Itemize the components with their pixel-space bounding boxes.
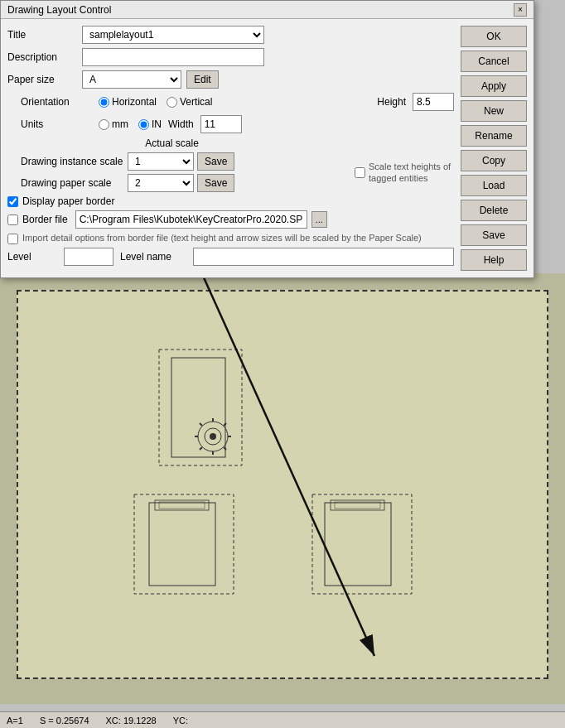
height-input[interactable] — [413, 93, 454, 111]
units-label: Units — [7, 118, 99, 130]
svg-line-12 — [200, 447, 202, 450]
load-button[interactable]: Load — [461, 175, 527, 196]
title-label: Title — [7, 29, 82, 41]
new-button[interactable]: New — [461, 100, 527, 122]
display-border-row: Display paper border — [7, 195, 454, 207]
rename-button[interactable]: Rename — [461, 125, 527, 147]
svg-line-11 — [224, 423, 226, 426]
dialog-left-panel: Title samplelayout1 Description Paper si… — [7, 26, 454, 271]
title-select[interactable]: samplelayout1 — [82, 26, 264, 44]
instance-scale-row: Drawing instance scale 1 Save — [7, 152, 336, 171]
title-row: Title samplelayout1 — [7, 26, 454, 44]
description-input[interactable] — [82, 48, 264, 66]
vertical-option[interactable]: Vertical — [167, 96, 212, 108]
level-row: Level Level name — [7, 248, 454, 266]
paper-scale-row: Drawing paper scale 2 Save — [7, 174, 336, 192]
width-section: Width — [168, 115, 242, 133]
paper-size-row: Paper size A Edit — [7, 70, 454, 89]
level-label: Level — [7, 251, 57, 263]
actual-scale-header: Actual scale — [7, 137, 336, 149]
dialog-titlebar: Drawing Layout Control × — [1, 1, 534, 19]
paper-scale-select[interactable]: 2 — [128, 174, 194, 192]
height-section: Height — [377, 93, 454, 111]
drawing-canvas — [0, 273, 565, 704]
level-name-label: Level name — [120, 251, 186, 263]
status-yc: YC: — [173, 716, 188, 726]
level-input[interactable] — [64, 248, 113, 266]
scale-inputs-col: Actual scale Drawing instance scale 1 Sa… — [7, 137, 336, 195]
status-a: A=1 — [7, 716, 23, 726]
mm-radio[interactable] — [99, 119, 109, 130]
save-instance-button[interactable]: Save — [197, 152, 234, 171]
edit-button[interactable]: Edit — [186, 70, 219, 89]
browse-button[interactable]: ... — [311, 211, 327, 228]
svg-rect-1 — [171, 358, 225, 457]
scale-wrapper: Actual scale Drawing instance scale 1 Sa… — [7, 137, 454, 195]
help-button[interactable]: Help — [461, 249, 527, 271]
apply-button[interactable]: Apply — [461, 75, 527, 97]
paper-size-select[interactable]: A — [82, 70, 181, 89]
save-paper-button[interactable]: Save — [197, 174, 234, 192]
status-xc: XC: 19.1228 — [106, 716, 157, 726]
border-file-label: Border file — [22, 214, 68, 225]
orientation-group: Horizontal Vertical — [99, 96, 212, 108]
svg-line-9 — [200, 423, 202, 426]
dialog-body: Title samplelayout1 Description Paper si… — [1, 19, 534, 277]
save-button[interactable]: Save — [461, 224, 527, 246]
orientation-label: Orientation — [7, 96, 99, 108]
border-file-row: Border file ... — [7, 210, 454, 229]
horizontal-option[interactable]: Horizontal — [99, 96, 157, 108]
status-s: S = 0.25674 — [40, 716, 89, 726]
vertical-radio[interactable] — [167, 97, 177, 108]
drawing-content — [18, 292, 547, 677]
mm-option[interactable]: mm — [99, 118, 128, 130]
paper-size-label: Paper size — [7, 74, 82, 85]
drawing-layout-dialog: Drawing Layout Control × Title samplelay… — [0, 0, 534, 278]
height-label: Height — [377, 96, 406, 108]
scale-text-label: Scale text heights of tagged entities — [369, 161, 454, 185]
description-label: Description — [7, 51, 82, 63]
copy-button[interactable]: Copy — [461, 150, 527, 171]
horizontal-label: Horizontal — [112, 96, 157, 108]
scale-text-group: Scale text heights of tagged entities — [355, 161, 454, 185]
instance-scale-select[interactable]: 1 — [128, 152, 194, 171]
units-group: mm IN — [99, 118, 162, 130]
svg-rect-17 — [312, 494, 412, 594]
display-border-label: Display paper border — [22, 195, 114, 207]
mm-label: mm — [112, 118, 128, 130]
dialog-title: Drawing Layout Control — [7, 4, 111, 16]
svg-rect-14 — [149, 503, 215, 586]
dialog-right-panel: OK Cancel Apply New Rename Copy Load Del… — [461, 26, 527, 271]
description-row: Description — [7, 48, 454, 66]
horizontal-radio[interactable] — [99, 97, 109, 108]
width-input[interactable] — [200, 115, 242, 133]
svg-point-4 — [210, 433, 216, 440]
svg-line-10 — [224, 447, 226, 450]
drawing-shapes — [18, 292, 547, 677]
import-detail-checkbox[interactable] — [7, 234, 18, 244]
width-label: Width — [168, 118, 194, 130]
svg-rect-18 — [325, 503, 391, 586]
border-file-checkbox[interactable] — [7, 215, 18, 225]
scale-section: Actual scale Drawing instance scale 1 Sa… — [7, 137, 454, 195]
in-radio[interactable] — [138, 119, 149, 130]
in-label: IN — [152, 118, 162, 130]
border-file-input[interactable] — [75, 210, 307, 229]
vertical-label: Vertical — [180, 96, 212, 108]
import-detail-row: Import detail options from border file (… — [7, 232, 454, 244]
units-row: Units mm IN Width — [7, 115, 454, 133]
paper-scale-label: Drawing paper scale — [7, 177, 128, 189]
status-bar: A=1 S = 0.25674 XC: 19.1228 YC: — [0, 711, 565, 728]
scale-text-checkbox[interactable] — [355, 167, 365, 178]
orientation-row: Orientation Horizontal Vertical Height — [7, 93, 454, 111]
cancel-button[interactable]: Cancel — [461, 51, 527, 72]
level-name-input[interactable] — [193, 248, 454, 266]
ok-button[interactable]: OK — [461, 26, 527, 47]
in-option[interactable]: IN — [138, 118, 162, 130]
delete-button[interactable]: Delete — [461, 200, 527, 221]
instance-scale-label: Drawing instance scale — [7, 156, 128, 167]
display-border-checkbox[interactable] — [7, 196, 18, 207]
import-detail-text: Import detail options from border file (… — [22, 232, 422, 243]
close-button[interactable]: × — [514, 3, 527, 17]
paper-area — [17, 290, 548, 679]
